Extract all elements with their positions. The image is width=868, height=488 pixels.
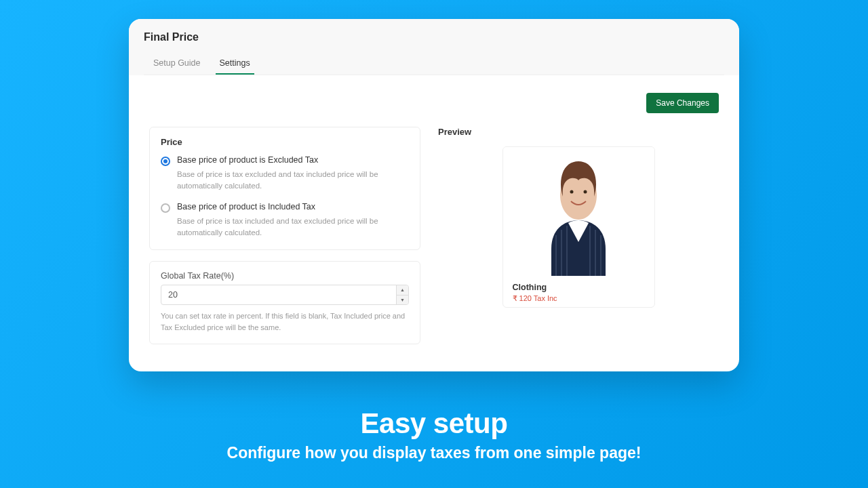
preview-product-price: ₹ 120 Tax Inc <box>513 294 645 303</box>
tax-rate-input[interactable] <box>161 285 409 305</box>
preview-title: Preview <box>438 127 719 137</box>
content-area: Save Changes Price Base price of product… <box>129 75 739 371</box>
svg-point-8 <box>584 190 587 194</box>
right-column: Preview <box>438 127 719 344</box>
header: Final Price Setup Guide Settings <box>129 19 739 75</box>
stepper-down-icon[interactable]: ▼ <box>397 296 408 305</box>
page-title: Final Price <box>144 31 724 43</box>
quantity-stepper: ▲ ▼ <box>396 285 408 304</box>
action-bar: Save Changes <box>149 93 719 113</box>
tax-rate-panel: Global Tax Rate(%) ▲ ▼ You can set tax r… <box>149 261 420 344</box>
tax-rate-label: Global Tax Rate(%) <box>161 271 409 281</box>
radio-included-desc: Base of price is tax included and tax ex… <box>177 216 409 239</box>
preview-product-card: Clothing ₹ 120 Tax Inc <box>502 146 655 308</box>
columns: Price Base price of product is Excluded … <box>149 127 719 344</box>
tabs: Setup Guide Settings <box>144 53 724 75</box>
promo-text: Easy setup Configure how you display tax… <box>0 407 868 462</box>
left-column: Price Base price of product is Excluded … <box>149 127 420 344</box>
radio-included-label: Base price of product is Included Tax <box>177 202 315 211</box>
promo-subhead: Configure how you display taxes from one… <box>0 444 868 462</box>
tax-rate-input-wrap: ▲ ▼ <box>161 285 409 305</box>
price-panel: Price Base price of product is Excluded … <box>149 127 420 250</box>
radio-excluded[interactable] <box>161 157 170 166</box>
person-illustration-icon <box>528 147 629 276</box>
price-panel-title: Price <box>161 137 409 147</box>
radio-excluded-row[interactable]: Base price of product is Excluded Tax <box>161 155 409 166</box>
app-window: Final Price Setup Guide Settings Save Ch… <box>129 19 739 371</box>
tab-settings[interactable]: Settings <box>216 53 254 75</box>
radio-excluded-desc: Base of price is tax excluded and tax in… <box>177 169 409 192</box>
save-button[interactable]: Save Changes <box>646 93 719 113</box>
tax-rate-help: You can set tax rate in percent. If this… <box>161 310 409 333</box>
preview-product-info: Clothing ₹ 120 Tax Inc <box>503 276 654 307</box>
radio-included[interactable] <box>161 203 170 213</box>
svg-point-7 <box>570 190 574 194</box>
promo-headline: Easy setup <box>0 407 868 440</box>
radio-included-row[interactable]: Base price of product is Included Tax <box>161 202 409 213</box>
stepper-up-icon[interactable]: ▲ <box>397 285 408 296</box>
preview-product-image <box>503 147 654 276</box>
preview-product-name: Clothing <box>513 283 645 292</box>
tab-setup-guide[interactable]: Setup Guide <box>149 53 205 75</box>
radio-excluded-label: Base price of product is Excluded Tax <box>177 155 318 165</box>
